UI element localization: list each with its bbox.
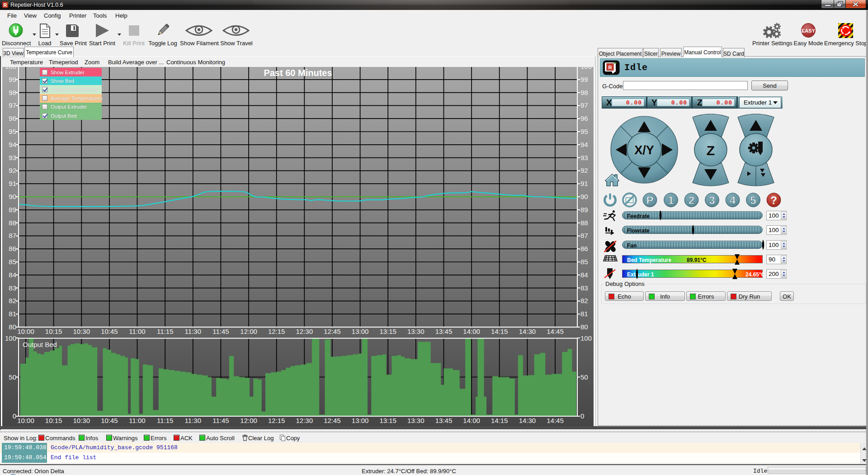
svg-text:96: 96: [580, 114, 588, 122]
svg-text:82: 82: [580, 297, 588, 304]
svg-text:96: 96: [9, 114, 16, 122]
svg-text:89: 89: [580, 206, 588, 214]
svg-text:99: 99: [9, 76, 16, 83]
svg-text:12:30: 12:30: [296, 417, 313, 424]
svg-text:2: 2: [689, 194, 694, 206]
svg-text:12:45: 12:45: [324, 417, 341, 424]
svg-text:3: 3: [709, 194, 715, 206]
svg-text:89: 89: [9, 206, 16, 214]
svg-text:14:15: 14:15: [491, 417, 508, 424]
svg-text:Z: Z: [707, 143, 715, 158]
svg-text:X/Y: X/Y: [634, 143, 654, 157]
svg-text:100: 100: [580, 67, 592, 70]
svg-text:R: R: [609, 65, 612, 70]
svg-text:10:45: 10:45: [101, 328, 118, 335]
svg-text:95: 95: [9, 128, 16, 135]
svg-text:98: 98: [580, 89, 588, 96]
svg-text:13:45: 13:45: [435, 417, 453, 424]
svg-text:100: 100: [5, 334, 16, 342]
svg-text:14:00: 14:00: [463, 417, 480, 424]
svg-text:91: 91: [9, 180, 16, 187]
svg-text:80: 80: [580, 323, 588, 331]
svg-text:14:30: 14:30: [519, 417, 536, 424]
svg-text:12:45: 12:45: [324, 328, 341, 335]
svg-text:90: 90: [9, 193, 16, 200]
svg-text:99: 99: [580, 76, 588, 83]
svg-text:11:45: 11:45: [212, 328, 229, 335]
svg-text:94: 94: [580, 141, 588, 148]
svg-text:95: 95: [580, 128, 588, 135]
svg-text:10:00: 10:00: [17, 328, 34, 335]
svg-text:92: 92: [580, 166, 588, 174]
svg-text:14:15: 14:15: [491, 328, 508, 335]
svg-text:11:00: 11:00: [129, 328, 145, 335]
svg-text:11:30: 11:30: [185, 417, 201, 424]
svg-text:11:15: 11:15: [157, 328, 173, 335]
svg-text:14:00: 14:00: [463, 328, 480, 335]
svg-text:11:30: 11:30: [185, 328, 201, 335]
svg-text:14:45: 14:45: [547, 328, 564, 335]
svg-text:10:15: 10:15: [45, 328, 62, 335]
svg-text:12:15: 12:15: [268, 417, 285, 424]
svg-text:80: 80: [9, 323, 16, 331]
svg-text:0: 0: [13, 412, 16, 420]
svg-text:83: 83: [580, 284, 588, 292]
svg-text:Past 60 Minutes: Past 60 Minutes: [264, 68, 332, 78]
svg-text:85: 85: [580, 258, 588, 266]
svg-text:0: 0: [580, 412, 584, 420]
svg-text:13:30: 13:30: [407, 417, 425, 424]
svg-text:93: 93: [9, 154, 16, 162]
svg-text:84: 84: [9, 271, 16, 279]
svg-text:86: 86: [580, 245, 588, 252]
svg-text:11:00: 11:00: [129, 417, 145, 424]
svg-text:88: 88: [580, 219, 588, 227]
svg-text:EASY: EASY: [802, 28, 816, 33]
svg-text:91: 91: [580, 180, 588, 187]
svg-text:81: 81: [580, 310, 588, 318]
svg-text:10:00: 10:00: [17, 417, 34, 424]
svg-text:13:45: 13:45: [435, 328, 453, 335]
svg-text:10:30: 10:30: [73, 328, 90, 335]
svg-text:93: 93: [580, 154, 588, 162]
svg-text:1: 1: [668, 194, 674, 206]
svg-text:10:15: 10:15: [45, 417, 62, 424]
svg-text:87: 87: [580, 232, 588, 239]
svg-text:50: 50: [9, 373, 16, 381]
svg-text:12:30: 12:30: [296, 328, 313, 335]
svg-text:Output Bed: Output Bed: [23, 341, 57, 348]
svg-text:83: 83: [9, 284, 16, 292]
svg-text:81: 81: [9, 310, 16, 318]
svg-text:87: 87: [9, 232, 16, 239]
svg-text:4: 4: [730, 194, 736, 206]
svg-text:13:30: 13:30: [407, 328, 425, 335]
svg-text:90: 90: [580, 193, 588, 200]
svg-text:5: 5: [750, 194, 756, 206]
svg-text:100: 100: [5, 67, 16, 70]
svg-text:94: 94: [9, 141, 16, 148]
svg-text:50: 50: [580, 373, 588, 381]
svg-text:R: R: [4, 2, 7, 8]
svg-text:12:15: 12:15: [268, 328, 285, 335]
svg-text:13:00: 13:00: [352, 417, 369, 424]
svg-text:12:00: 12:00: [240, 417, 257, 424]
svg-text:13:00: 13:00: [352, 328, 369, 335]
svg-text:P: P: [646, 194, 653, 206]
svg-text:85: 85: [9, 258, 16, 266]
svg-text:97: 97: [580, 101, 588, 109]
svg-text:97: 97: [9, 101, 16, 109]
svg-text:?: ?: [770, 194, 777, 206]
svg-text:86: 86: [9, 245, 16, 252]
svg-text:92: 92: [9, 166, 16, 174]
svg-text:12:00: 12:00: [240, 328, 257, 335]
svg-text:11:45: 11:45: [212, 417, 229, 424]
svg-text:14:45: 14:45: [547, 417, 564, 424]
svg-text:13:15: 13:15: [379, 417, 396, 424]
svg-text:100: 100: [580, 334, 592, 342]
svg-text:84: 84: [580, 271, 588, 279]
svg-text:13:15: 13:15: [379, 328, 396, 335]
svg-text:14:30: 14:30: [519, 328, 536, 335]
svg-text:82: 82: [9, 297, 16, 304]
svg-text:10:45: 10:45: [101, 417, 118, 424]
svg-text:10:30: 10:30: [73, 417, 90, 424]
svg-text:11:15: 11:15: [157, 417, 173, 424]
